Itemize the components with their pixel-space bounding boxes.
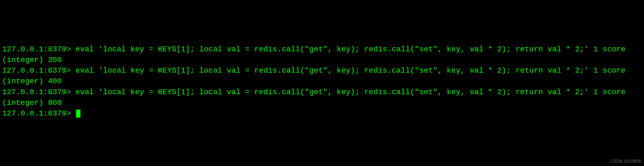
redis-output: (integer) 400	[2, 76, 642, 87]
redis-command: eval 'local key = KEYS[1]; local val = r…	[76, 66, 625, 75]
redis-output: (integer) 200	[2, 55, 642, 65]
cursor-block	[76, 109, 80, 118]
redis-prompt: 127.0.0.1:6379>	[2, 45, 76, 54]
terminal-line: 127.0.0.1:6379> eval 'local key = KEYS[1…	[2, 44, 642, 55]
terminal-line: 127.0.0.1:6379> eval 'local key = KEYS[1…	[2, 87, 642, 97]
redis-prompt: 127.0.0.1:6379>	[2, 109, 76, 118]
redis-prompt: 127.0.0.1:6379>	[2, 88, 76, 96]
watermark-text: CSDN @刘铸纬	[610, 158, 641, 164]
redis-command: eval 'local key = KEYS[1]; local val = r…	[76, 45, 625, 54]
terminal-line: 127.0.0.1:6379> eval 'local key = KEYS[1…	[2, 65, 642, 76]
terminal-window[interactable]: 127.0.0.1:6379> eval 'local key = KEYS[1…	[2, 44, 642, 119]
redis-command: eval 'local key = KEYS[1]; local val = r…	[76, 88, 625, 96]
redis-prompt: 127.0.0.1:6379>	[2, 66, 76, 75]
terminal-current-line[interactable]: 127.0.0.1:6379>	[2, 108, 642, 119]
redis-output: (integer) 800	[2, 97, 642, 108]
